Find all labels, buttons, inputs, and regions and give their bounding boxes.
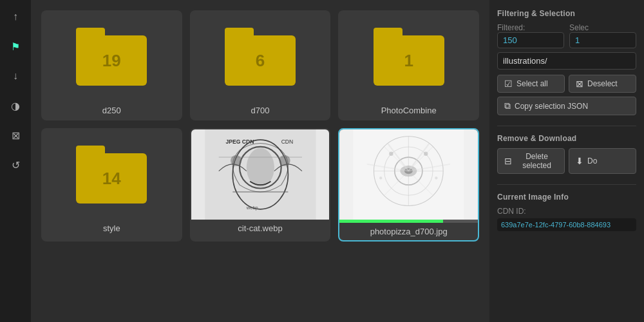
remove-btn-row: ⊟ Delete selected ⬇ Do [497,148,636,174]
copy-json-button[interactable]: ⧉ Copy selection JSON [497,97,636,115]
flag-icon[interactable]: ⚑ [6,37,24,55]
select-all-button[interactable]: ☑ Select all [497,75,565,93]
svg-point-22 [424,151,428,155]
contrast-icon[interactable]: ◑ [6,97,24,115]
folder-name: d250 [43,102,181,119]
filter-section: Filtering & Selection Filtered: 150 Sele… [497,9,636,115]
image-name: photopizza_d700.jpg [339,223,478,240]
delete-button[interactable]: ⊟ Delete selected [497,148,565,174]
delete-label: Delete selected [516,152,558,170]
down-arrow-icon[interactable]: ↓ [6,67,24,85]
filter-path-input[interactable] [497,52,636,70]
remove-section: Remove & Download ⊟ Delete selected ⬇ Do [497,134,636,174]
deselect-label: Deselect [587,79,618,88]
svg-point-24 [435,176,438,179]
copy-json-label: Copy selection JSON [515,102,588,111]
folder-count: 6 [256,51,265,71]
svg-text:JPEG CDN: JPEG CDN [225,138,254,145]
folder-count: 1 [404,51,413,71]
filter-section-title: Filtering & Selection [497,9,636,18]
checkbox-icon: ☑ [504,79,513,89]
image-info-section: Current Image Info CDN ID: 639a7e7e-12fc… [497,193,636,231]
cdn-id-value: 639a7e7e-12fc-4797-60b8-884693 [497,218,636,231]
divider [497,126,636,126]
folder-item-style[interactable]: 14 style [41,128,182,242]
image-item-photopizza[interactable]: photopizza_d700.jpg [338,128,479,242]
copy-icon: ⧉ [504,100,511,111]
selected-label: Selec [569,23,636,32]
left-toolbar: ↑ ⚑ ↓ ◑ ⊠ ↺ [0,0,31,322]
folder-name: d700 [191,102,330,119]
image-item-cit-cat[interactable]: JPEG CDN CDN webp cit-cat. [190,128,331,242]
svg-point-6 [246,148,274,187]
folder-item-d250[interactable]: 19 d250 [41,10,182,120]
up-arrow-icon[interactable]: ↑ [6,8,24,26]
selected-value: 1 [569,32,636,48]
remove-section-title: Remove & Download [497,134,636,143]
file-grid: 19 d250 6 d700 [41,10,479,242]
refresh-icon[interactable]: ↺ [6,156,24,174]
remove-icon[interactable]: ⊠ [6,126,24,144]
deselect-button[interactable]: ⊠ Deselect [569,75,636,93]
filtered-value: 150 [497,32,564,48]
delete-icon: ⊟ [504,156,512,166]
svg-text:CDN: CDN [281,138,293,145]
deselect-icon: ⊠ [576,79,583,89]
right-panel: Filtering & Selection Filtered: 150 Sele… [489,0,644,322]
image-name: cit-cat.webp [191,220,330,237]
folder-name: style [43,220,181,237]
folder-name: PhotoCombine [339,102,478,119]
filtered-label: Filtered: [497,23,564,32]
download-icon: ⬇ [576,156,583,166]
folder-item-photocombine[interactable]: 1 PhotoCombine [338,10,479,120]
filter-counts-row: Filtered: 150 Selec 1 [497,23,636,48]
image-info-title: Current Image Info [497,193,636,202]
svg-point-21 [390,151,393,155]
svg-point-23 [379,176,382,179]
select-btn-row: ☑ Select all ⊠ Deselect [497,75,636,93]
folder-count: 14 [102,169,121,189]
svg-text:webp: webp [245,205,258,211]
download-label: Do [587,156,597,166]
main-area: 19 d250 6 d700 [31,0,489,322]
select-all-label: Select all [516,79,548,88]
copy-json-row: ⧉ Copy selection JSON [497,97,636,115]
download-button[interactable]: ⬇ Do [569,148,636,174]
folder-item-d700[interactable]: 6 d700 [190,10,331,120]
folder-count: 19 [102,51,121,71]
divider-2 [497,184,636,185]
cdn-id-label: CDN ID: [497,207,636,216]
